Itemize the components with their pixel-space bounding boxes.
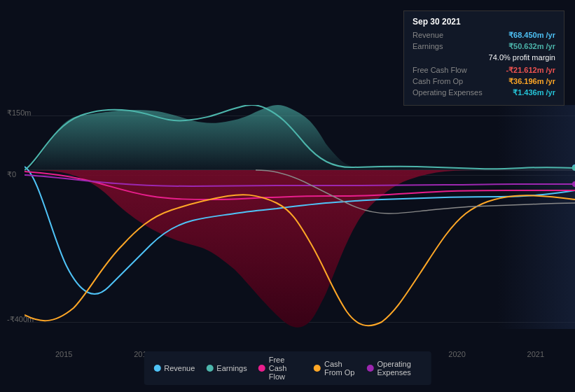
revenue-label: Revenue <box>413 31 443 40</box>
revenue-value: ₹68.450m /yr <box>508 31 555 40</box>
tooltip-opex-row: Operating Expenses ₹1.436m /yr <box>413 88 555 97</box>
legend-cfo[interactable]: Cash From Op <box>314 360 356 377</box>
cfo-dot-legend <box>314 365 321 372</box>
legend-opex[interactable]: Operating Expenses <box>366 360 421 377</box>
legend-opex-label: Operating Expenses <box>377 360 421 377</box>
earnings-label: Earnings <box>413 42 443 51</box>
x-label-2021: 2021 <box>527 350 544 358</box>
legend-earnings-label: Earnings <box>216 364 247 372</box>
earnings-value: ₹50.632m /yr <box>508 42 555 51</box>
tooltip-revenue-row: Revenue ₹68.450m /yr <box>413 31 555 40</box>
legend-fcf[interactable]: Free Cash Flow <box>258 356 303 381</box>
opex-value: ₹1.436m /yr <box>513 88 555 97</box>
cfo-value: ₹36.196m /yr <box>508 77 555 86</box>
profit-margin: 74.0% profit margin <box>489 53 555 62</box>
x-label-2015: 2015 <box>55 350 72 358</box>
revenue-dot-legend <box>153 365 160 372</box>
legend-revenue[interactable]: Revenue <box>153 364 195 372</box>
legend-cfo-label: Cash From Op <box>324 360 356 377</box>
y-label-mid: ₹0 <box>7 170 16 179</box>
cfo-label: Cash From Op <box>413 77 463 86</box>
fcf-value: -₹21.612m /yr <box>506 66 555 75</box>
tooltip-cfo-row: Cash From Op ₹36.196m /yr <box>413 77 555 86</box>
chart-legend: Revenue Earnings Free Cash Flow Cash Fro… <box>144 351 431 385</box>
opex-label: Operating Expenses <box>413 88 483 97</box>
chart-svg <box>25 105 575 329</box>
tooltip-fcf-row: Free Cash Flow -₹21.612m /yr <box>413 66 555 75</box>
highlight-region <box>498 105 575 329</box>
legend-fcf-label: Free Cash Flow <box>269 356 303 381</box>
tooltip-box: Sep 30 2021 Revenue ₹68.450m /yr Earning… <box>403 10 564 106</box>
fcf-label: Free Cash Flow <box>413 66 467 75</box>
opex-dot-legend <box>366 365 373 372</box>
tooltip-date: Sep 30 2021 <box>413 17 555 27</box>
fcf-dot-legend <box>258 365 265 372</box>
tooltip-earnings-row: Earnings ₹50.632m /yr <box>413 42 555 51</box>
earnings-fill-negative <box>25 170 575 328</box>
x-label-2020: 2020 <box>448 350 465 358</box>
earnings-dot-legend <box>206 365 213 372</box>
legend-earnings[interactable]: Earnings <box>206 364 247 372</box>
chart-container: Sep 30 2021 Revenue ₹68.450m /yr Earning… <box>0 0 575 392</box>
legend-revenue-label: Revenue <box>164 364 195 372</box>
